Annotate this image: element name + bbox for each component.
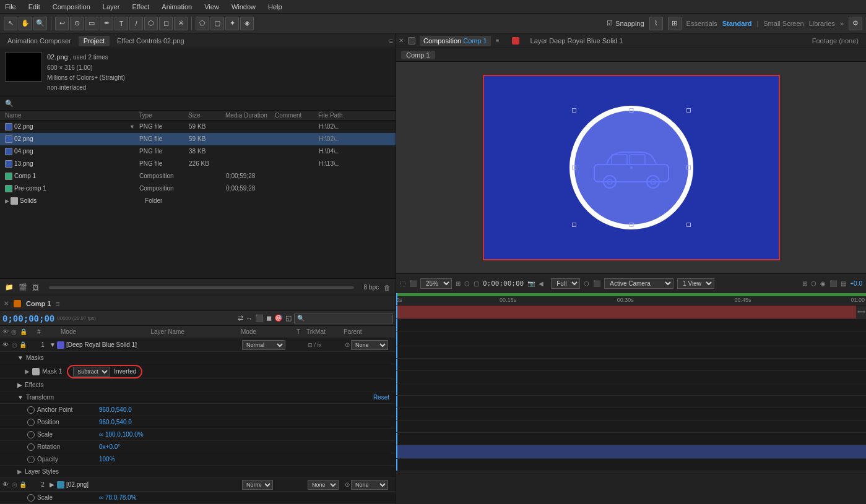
- tl-btn2[interactable]: ↔: [246, 315, 253, 322]
- zoom-select[interactable]: 25%: [420, 278, 452, 289]
- viewer-icon5[interactable]: ⊞: [802, 280, 807, 287]
- handle-br[interactable]: [686, 223, 691, 227]
- menu-animation[interactable]: Animation: [159, 2, 194, 12]
- timeline-search[interactable]: [294, 314, 393, 323]
- new-comp-btn[interactable]: 🎬: [19, 283, 27, 291]
- transform-reset-btn[interactable]: Reset: [373, 394, 389, 401]
- layer1-eye[interactable]: 👁: [1, 341, 10, 348]
- tab-animation-composer[interactable]: Animation Composer: [2, 36, 76, 46]
- snapping-control[interactable]: ☑ Snapping: [607, 19, 644, 27]
- camera-select[interactable]: Active Camera: [604, 278, 673, 289]
- menu-effect[interactable]: Effect: [129, 2, 152, 12]
- mask1-expand[interactable]: ▶: [25, 368, 30, 375]
- delete-btn[interactable]: 🗑: [384, 284, 391, 291]
- list-item[interactable]: 02.png ▼ PNG file 59 KB H:\02\..: [0, 121, 396, 133]
- menu-view[interactable]: View: [202, 2, 222, 12]
- layer1-solo[interactable]: ◎: [10, 341, 19, 348]
- puppet-tool[interactable]: ※: [174, 17, 188, 30]
- rect-mask[interactable]: ▢: [210, 17, 224, 30]
- info-btn[interactable]: ⊞: [668, 17, 682, 30]
- pen-tool[interactable]: ✒: [100, 17, 113, 30]
- shape-tool[interactable]: ▭: [85, 17, 98, 30]
- list-item[interactable]: Comp 1 Composition 0;00;59;28: [0, 170, 396, 182]
- view-select[interactable]: 1 View: [677, 278, 714, 289]
- workspace-expand[interactable]: »: [840, 20, 844, 27]
- menu-window[interactable]: Window: [229, 2, 258, 12]
- select-tool[interactable]: ↖: [4, 17, 17, 30]
- viewer-icon2[interactable]: ⬛: [409, 280, 417, 287]
- layer-styles-expand[interactable]: ▶: [17, 468, 22, 475]
- snapping-checkbox[interactable]: ☑: [607, 19, 613, 27]
- list-item[interactable]: ▶ Solids Folder: [0, 195, 396, 207]
- mask1-blend-select[interactable]: Subtract: [73, 367, 110, 377]
- scale-value[interactable]: ∞ 100.0,100.0%: [99, 431, 144, 438]
- new-folder-btn[interactable]: 📁: [5, 283, 14, 291]
- tl-btn5[interactable]: 🎯: [274, 314, 283, 322]
- clone-tool[interactable]: ⬡: [144, 17, 158, 30]
- anchor-tool[interactable]: ✦: [225, 17, 239, 30]
- fill-tool[interactable]: ◈: [240, 17, 254, 30]
- pan-behind[interactable]: ⬠: [196, 17, 209, 30]
- layer1-expand[interactable]: ▼: [50, 341, 57, 348]
- menu-edit[interactable]: Edit: [26, 2, 43, 12]
- quality-select[interactable]: Full: [551, 278, 580, 289]
- close-icon[interactable]: ✕: [4, 300, 9, 307]
- list-item[interactable]: 04.png PNG file 38 KB H:\04\..: [0, 145, 396, 158]
- comp-name-tab[interactable]: Comp 1: [401, 51, 435, 59]
- handle-tr[interactable]: [686, 108, 691, 113]
- brush-tool[interactable]: /: [129, 17, 143, 30]
- hand-tool[interactable]: ✋: [19, 17, 32, 30]
- layer2-trkmat-select[interactable]: None: [308, 480, 339, 490]
- comp-menu[interactable]: ≡: [496, 37, 500, 44]
- handle-tl[interactable]: [572, 108, 576, 113]
- layer1-lock[interactable]: 🔒: [19, 341, 27, 348]
- fit-icon[interactable]: ⊞: [456, 280, 461, 287]
- rotation-value[interactable]: 0x+0.0°: [99, 443, 120, 450]
- zoom-tool[interactable]: 🔍: [33, 17, 47, 30]
- layer1-mode-select[interactable]: Normal: [242, 340, 285, 350]
- list-item[interactable]: Pre-comp 1 Composition 0;00;59;28: [0, 182, 396, 195]
- menu-help[interactable]: Help: [266, 2, 285, 12]
- eraser-tool[interactable]: ◻: [159, 17, 173, 30]
- menu-layer[interactable]: Layer: [100, 2, 123, 12]
- transform-expand[interactable]: ▼: [17, 394, 24, 401]
- workspace-small-screen[interactable]: Small Screen: [763, 20, 803, 27]
- layer1-parent-select[interactable]: None: [351, 340, 388, 350]
- list-item[interactable]: 02.png PNG file 59 KB H:\02\..: [0, 133, 396, 145]
- handle-tm[interactable]: [629, 108, 633, 113]
- layer2-eye[interactable]: 👁: [1, 481, 10, 488]
- quality-icon[interactable]: ⬡: [584, 280, 589, 287]
- workspace-libraries[interactable]: Libraries: [809, 20, 835, 27]
- list-item[interactable]: 13.png PNG file 226 KB H:\13\..: [0, 158, 396, 170]
- viewer-icon8[interactable]: ⬛: [829, 280, 837, 287]
- viewer-icon3[interactable]: ⬡: [464, 280, 470, 287]
- masks-expand[interactable]: ▼: [17, 354, 24, 361]
- text-tool[interactable]: T: [115, 17, 128, 30]
- layer2-lock[interactable]: 🔒: [19, 481, 27, 488]
- viewer-icon7[interactable]: ◉: [820, 280, 826, 287]
- anchor-value[interactable]: 960.0,540.0: [99, 406, 132, 413]
- tab-project[interactable]: Project: [79, 36, 110, 46]
- handle-mr[interactable]: [686, 165, 691, 169]
- handle-ml[interactable]: [572, 165, 576, 169]
- tab-comp1[interactable]: Composition Comp 1: [420, 36, 491, 46]
- snap-options[interactable]: ⌇: [649, 17, 663, 30]
- tl-btn1[interactable]: ⇄: [238, 314, 243, 322]
- workspace-standard[interactable]: Standard: [722, 20, 752, 27]
- layer2-mode-select[interactable]: Normal: [242, 480, 273, 490]
- tl-btn4[interactable]: ◼: [266, 314, 272, 322]
- track1-scroll[interactable]: ⟺: [856, 305, 866, 318]
- tl-btn3[interactable]: ⬛: [255, 314, 264, 322]
- position-value[interactable]: 960.0,540.0: [99, 419, 132, 425]
- region-icon[interactable]: ▢: [474, 280, 479, 287]
- viewer-icon4[interactable]: ⬛: [593, 280, 600, 287]
- tab-effect-controls[interactable]: Effect Controls 02.png: [112, 36, 189, 46]
- effects-expand[interactable]: ▶: [17, 382, 22, 388]
- rotate-tool[interactable]: ↩: [55, 17, 69, 30]
- preview-icon[interactable]: ◀: [539, 280, 543, 287]
- viewer-icon6[interactable]: ⬡: [811, 280, 816, 287]
- workspace-settings[interactable]: ⚙: [849, 17, 862, 30]
- layer2-parent-select[interactable]: None: [351, 480, 388, 490]
- panel-menu-icon[interactable]: ≡: [389, 37, 393, 45]
- menu-composition[interactable]: Composition: [50, 2, 93, 12]
